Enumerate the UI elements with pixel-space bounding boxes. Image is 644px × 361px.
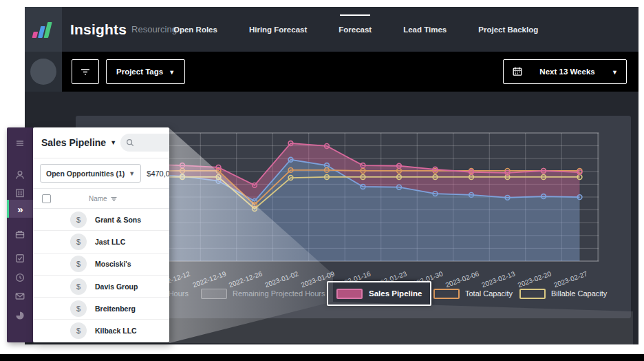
legend-item-remaining-projected-hours[interactable]: Remaining Projected Hours [201,287,325,300]
sidebar-item-check-square[interactable] [7,249,33,267]
nav-tabs: Open RolesHiring ForecastForecastLead Ti… [172,7,539,52]
company-name: Davis Group [95,282,138,291]
sidebar: » [7,127,33,342]
project-tags-button[interactable]: Project Tags ▼ [106,59,185,84]
opportunities-dropdown-label: Open Opportunities (1) [46,169,125,178]
opportunities-dropdown[interactable]: Open Opportunities (1) ▼ [40,164,141,183]
clock-icon [14,271,26,284]
filter-lines-button[interactable] [72,59,99,84]
check-square-icon [14,252,26,265]
sales-pipeline-panel: Sales Pipeline ▼ Open Opportunities (1) … [33,127,169,342]
sidebar-item-pie-chart[interactable] [7,307,33,324]
pie-chart-icon [14,309,26,322]
mail-icon [14,290,26,302]
menu-icon [14,137,26,149]
legend-swatch [519,289,546,299]
sidebar-item-briefcase[interactable] [7,225,33,243]
double-chevron-right-icon: » [17,203,22,215]
list-item[interactable]: $Breitenberg [33,298,169,320]
briefcase-icon [14,228,26,240]
user-avatar-area[interactable] [25,52,62,92]
legend-swatch [433,289,460,299]
building-icon [14,187,26,199]
brand-suffix: Resourcing [131,24,177,34]
legend-item-sales-pipeline-highlighted[interactable]: Sales Pipeline [327,281,431,306]
toolbar: Project Tags ▼ Next 13 Weeks ▼ [62,52,638,92]
select-all-checkbox[interactable] [42,194,51,203]
legend-label: Total Capacity [465,289,513,298]
chevron-down-icon: ▼ [129,171,135,177]
brand-name: Insights [70,21,127,38]
tab-open-roles[interactable]: Open Roles [172,21,219,38]
panel-rows: $Grant & Sons$Jast LLC$Mosciski's$Davis … [33,209,169,342]
sidebar-item-user[interactable] [7,166,33,184]
daterange-label: Next 13 Weeks [539,68,594,76]
list-item[interactable]: $Grant & Sons [33,209,169,231]
brand: Insights Resourcing [70,7,177,52]
legend-item-billable-capacity[interactable]: Billable Capacity [519,287,607,300]
top-nav: Insights Resourcing Open RolesHiring For… [25,7,638,52]
bottom-black-bar [0,354,644,361]
tab-project-backlog[interactable]: Project Backlog [477,21,539,38]
chevron-down-icon: ▼ [612,70,618,76]
company-name: Mosciski's [95,260,131,268]
list-item[interactable]: $Kilback LLC [33,320,169,342]
sidebar-item-double-chevron-right[interactable]: » [7,200,33,218]
tab-forecast[interactable]: Forecast [337,21,373,38]
dollar-icon: $ [70,212,87,228]
dollar-icon: $ [70,234,87,250]
legend-swatch [336,289,363,299]
sidebar-item-menu[interactable] [7,134,33,152]
sort-icon [110,195,118,203]
legend-label: Sales Pipeline [369,289,422,298]
company-name: Breitenberg [95,305,136,313]
dollar-icon: $ [70,322,87,339]
calendar-icon [512,66,523,77]
search-input[interactable] [138,139,169,147]
legend-item-total-capacity[interactable]: Total Capacity [433,287,513,300]
chevron-down-icon: ▼ [169,70,175,76]
user-icon [14,169,26,181]
dollar-icon: $ [70,256,87,272]
search-box[interactable] [120,134,169,152]
sidebar-item-mail[interactable] [7,287,33,305]
legend-label: Remaining Projected Hours [233,289,325,298]
daterange-button[interactable]: Next 13 Weeks ▼ [503,59,627,84]
panel-column-headers: Name [33,189,169,209]
tab-lead-times[interactable]: Lead Times [402,21,448,38]
legend-swatch [201,289,227,299]
avatar[interactable] [30,59,56,85]
legend-label: Billable Capacity [551,289,607,298]
list-item[interactable]: $Jast LLC [33,231,169,253]
sidebar-item-clock[interactable] [7,269,33,287]
app-logo[interactable] [25,7,62,52]
company-name: Grant & Sons [95,216,141,224]
bar-chart-logo-icon [31,17,56,42]
project-tags-label: Project Tags [116,68,163,76]
tab-hiring-forecast[interactable]: Hiring Forecast [248,21,308,38]
dollar-icon: $ [70,278,87,295]
filter-lines-icon [79,65,92,78]
company-name: Jast LLC [95,238,125,246]
search-icon [126,138,134,147]
dollar-icon: $ [70,300,87,317]
panel-title[interactable]: Sales Pipeline [41,137,106,148]
company-name: Kilback LLC [95,327,137,335]
panel-header: Sales Pipeline ▼ [33,127,169,158]
list-item[interactable]: $Mosciski's [33,254,169,276]
name-column-label: Name [89,195,107,203]
panel-filter-row: Open Opportunities (1) ▼ $470,000. [33,158,169,189]
opportunities-amount: $470,000. [147,169,169,178]
list-item[interactable]: $Davis Group [33,276,169,298]
chevron-down-icon: ▼ [110,139,116,146]
name-column-header[interactable]: Name [89,195,118,203]
